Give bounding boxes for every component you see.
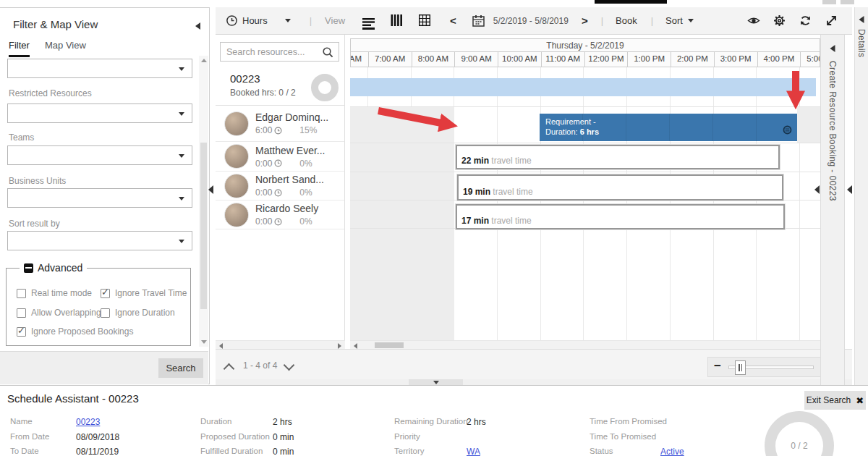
to-date-label: To Date <box>10 447 39 455</box>
clock-icon <box>274 127 282 135</box>
travel-time-slot[interactable]: 17 min travel time <box>456 204 785 229</box>
tab-filter[interactable]: Filter <box>9 40 30 57</box>
ignore-travel-time-checkbox[interactable] <box>101 289 110 298</box>
sort-result-by-dropdown[interactable] <box>7 231 192 250</box>
exit-search-button[interactable]: Exit Search ✖ <box>804 391 866 410</box>
zoom-slider-thumb[interactable] <box>735 360 746 375</box>
status-value-link[interactable]: Active <box>660 447 684 456</box>
resource-utilization-pct: 15% <box>299 125 317 135</box>
page-up-icon[interactable] <box>224 363 235 375</box>
scroll-up-icon[interactable] <box>201 59 207 62</box>
tab-details[interactable]: Details <box>854 7 868 391</box>
gantt-hscrollbar[interactable] <box>350 340 820 349</box>
splitter-handle[interactable] <box>409 379 463 385</box>
ignore-proposed-bookings-checkbox[interactable] <box>17 327 26 337</box>
travel-time-slot[interactable]: 22 min travel time <box>456 145 780 169</box>
collapse-advanced-icon[interactable] <box>24 263 33 273</box>
time-to-promised-label: Time To Promised <box>590 432 656 441</box>
schedule-board-page: Hours | View < 5/2/2019 - 5/8/2019 > | B… <box>0 0 868 456</box>
filter-map-panel: Filter & Map View Filter Map View Restri… <box>0 7 210 384</box>
duration-value: 2 hrs <box>273 417 292 427</box>
allow-overlapping-checkbox[interactable] <box>17 308 26 318</box>
resource-search-input[interactable] <box>226 43 320 60</box>
schedule-toolbar: Hours | View < 5/2/2019 - 5/8/2019 > | B… <box>216 7 852 35</box>
resource-row-norbert[interactable]: Norbert Sand... 0:00 0% <box>216 172 344 200</box>
search-button[interactable]: Search <box>158 358 203 378</box>
resource-list-hscrollbar[interactable] <box>216 340 345 349</box>
create-booking-tab-label: Create Resource Booking - 00223 <box>827 61 838 201</box>
grid-view-icon[interactable] <box>419 14 431 27</box>
travel-time-slot[interactable]: 19 min travel time <box>457 174 783 200</box>
collapse-panel-icon[interactable] <box>195 22 200 30</box>
scroll-down-icon[interactable] <box>201 340 207 344</box>
collapse-filter-edge-handle[interactable] <box>208 185 213 194</box>
column-view-icon[interactable] <box>391 14 403 27</box>
ignore-duration-label: Ignore Duration <box>115 308 175 318</box>
resource-row-ricardo[interactable]: Ricardo Seely 0:00 0% <box>216 200 344 229</box>
settings-gear-icon[interactable] <box>773 14 786 27</box>
zoom-out-button[interactable]: − <box>714 359 721 373</box>
resource-row-edgar[interactable]: Edgar Dominq... 6:00 15% <box>216 106 344 142</box>
allow-overlapping-label: Allow Overlapping <box>31 308 101 318</box>
hours-dropdown-caret-icon[interactable] <box>285 19 291 22</box>
restricted-resources-label: Restricted Resources <box>9 88 92 98</box>
scroll-left-icon[interactable] <box>354 343 357 349</box>
duration-label: Duration <box>200 417 231 426</box>
requirement-booking-bar[interactable]: Requirement - Duration: 6 hrs <box>540 114 797 141</box>
search-icon[interactable] <box>322 46 334 59</box>
refresh-icon[interactable] <box>799 14 812 27</box>
previous-period-button[interactable]: < <box>450 14 456 27</box>
scrollbar-thumb[interactable] <box>375 342 404 348</box>
resource-booked-time: 0:00 <box>255 159 272 169</box>
remaining-duration-label: Remaining Duration <box>394 417 468 426</box>
to-date-value: 08/11/2019 <box>76 447 119 456</box>
collapse-gantt-edge-handle[interactable] <box>814 185 820 194</box>
expand-pane-icon[interactable] <box>859 16 864 23</box>
date-range-label[interactable]: 5/2/2019 - 5/8/2019 <box>493 16 569 26</box>
requirement-summary-row[interactable]: 00223 Booked hrs: 0 / 2 <box>216 69 344 106</box>
schedule-assistant-title: Schedule Assistant - 00223 <box>7 392 139 405</box>
browser-artifact-bar <box>595 0 667 4</box>
scrollbar-thumb[interactable] <box>200 143 207 309</box>
next-period-button[interactable]: > <box>582 14 588 27</box>
time-from-promised-label: Time From Promised <box>590 417 667 426</box>
visibility-eye-icon[interactable] <box>747 14 760 27</box>
browser-artifact-tab <box>822 0 836 4</box>
filter-scrollbar[interactable] <box>199 56 208 347</box>
list-view-icon[interactable] <box>362 17 375 30</box>
characteristics-dropdown[interactable] <box>7 59 192 78</box>
business-units-dropdown[interactable] <box>7 188 192 208</box>
timeline-header: Thursday - 5/2/2019 6:00 AM 7:00 AM 8:00… <box>350 38 820 67</box>
real-time-mode-checkbox[interactable] <box>17 289 26 298</box>
collapse-details-edge-handle[interactable] <box>847 185 852 194</box>
restricted-resources-dropdown[interactable] <box>7 104 192 123</box>
calendar-icon[interactable] <box>472 14 485 27</box>
hours-scale-button[interactable]: Hours <box>242 15 268 26</box>
tab-map-view[interactable]: Map View <box>45 40 86 55</box>
territory-value-link[interactable]: WA <box>467 447 480 456</box>
scroll-right-icon[interactable] <box>338 343 341 349</box>
name-value-link[interactable]: 00223 <box>76 417 100 427</box>
hour-cell: 7:00 AM <box>368 52 412 67</box>
ignore-duration-checkbox[interactable] <box>101 308 110 318</box>
pagination-label: 1 - 4 of 4 <box>243 360 277 371</box>
sort-button[interactable]: Sort <box>665 15 683 26</box>
booking-progress-value: 0 / 2 <box>791 441 807 451</box>
zoom-slider-track[interactable] <box>728 366 814 369</box>
resource-row-matthew[interactable]: Matthew Ever... 0:00 0% <box>216 142 344 172</box>
hour-cell: 9:00 AM <box>454 52 498 67</box>
tab-create-resource-booking[interactable]: Create Resource Booking - 00223 <box>820 35 845 387</box>
gantt-footer-bar: 1 - 4 of 4 − + <box>216 349 852 379</box>
schedule-assistant-panel: Schedule Assistant - 00223 Exit Search ✖… <box>0 385 868 456</box>
sort-dropdown-caret-icon[interactable] <box>688 19 694 22</box>
requirement-booked-hours: Booked hrs: 0 / 2 <box>230 88 296 98</box>
scroll-left-icon[interactable] <box>219 343 223 349</box>
expand-fullscreen-icon[interactable] <box>825 14 838 27</box>
teams-dropdown[interactable] <box>7 145 192 165</box>
gantt-area[interactable]: Requirement - Duration: 6 hrs 22 min tra… <box>350 67 820 340</box>
expand-pane-icon[interactable] <box>830 45 835 52</box>
book-button[interactable]: Book <box>616 15 637 26</box>
clock-icon <box>274 218 282 226</box>
page-down-icon[interactable] <box>284 360 295 371</box>
business-units-label: Business Units <box>9 176 66 186</box>
